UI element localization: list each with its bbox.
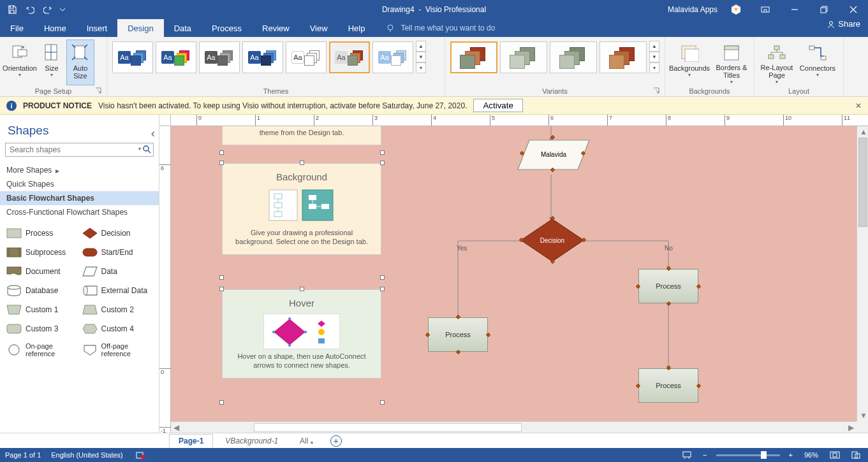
presentation-mode-icon[interactable] — [680, 451, 694, 459]
redo-icon[interactable] — [40, 1, 56, 18]
tab-insert[interactable]: Insert — [77, 19, 118, 37]
page-tab-all[interactable]: All ▴ — [290, 434, 323, 448]
gallery-up-icon[interactable]: ▲ — [649, 41, 659, 52]
shape-external-data[interactable]: External Data — [80, 282, 156, 300]
borders-titles-button[interactable]: Borders & Titles▾ — [712, 40, 751, 85]
shape-process-right-2[interactable]: Process — [638, 368, 698, 403]
shape-custom4[interactable]: Custom 4 — [80, 320, 156, 338]
shape-custom1[interactable]: Custom 1 — [4, 301, 80, 319]
maximize-button[interactable] — [809, 0, 839, 19]
variant-thumb[interactable] — [600, 41, 647, 73]
shape-custom3[interactable]: Custom 3 — [4, 320, 80, 338]
collapse-pane-icon[interactable]: ‹ — [151, 126, 155, 140]
macro-record-icon[interactable] — [133, 451, 147, 459]
shape-decision[interactable]: Decision — [519, 217, 586, 264]
shape-process[interactable]: Process — [4, 224, 80, 242]
dialog-launcher-icon[interactable] — [653, 87, 661, 95]
zoom-slider[interactable] — [716, 454, 780, 456]
zoom-out-icon[interactable]: − — [700, 451, 709, 459]
tab-help[interactable]: Help — [338, 19, 376, 37]
ribbon-options-icon[interactable] — [751, 0, 780, 19]
page-tab-vbackground[interactable]: VBackground-1 — [216, 434, 288, 448]
more-shapes-category[interactable]: More Shapes▶ — [0, 163, 159, 177]
shape-decision[interactable]: Decision — [80, 224, 156, 242]
shape-custom2[interactable]: Custom 2 — [80, 301, 156, 319]
theme-thumb[interactable]: Aa — [372, 41, 413, 73]
tab-file[interactable]: File — [0, 19, 34, 37]
theme-thumb[interactable]: Aa — [156, 41, 196, 73]
svg-point-67 — [141, 455, 145, 459]
theme-thumb[interactable]: Aa — [242, 41, 283, 73]
variant-thumb[interactable] — [550, 41, 597, 73]
shape-data[interactable]: Data — [80, 263, 156, 280]
variants-gallery[interactable]: ▲ ▼ ▾ — [450, 41, 659, 73]
tell-me-search[interactable]: Tell me what you want to do — [385, 19, 495, 37]
orientation-button[interactable]: Orientation▾ — [3, 40, 37, 85]
tip-card-background[interactable]: Background Give your drawing a professio… — [222, 163, 381, 255]
tab-review[interactable]: Review — [252, 19, 300, 37]
shape-subprocess[interactable]: Subprocess — [4, 243, 80, 261]
new-page-button[interactable]: + — [330, 435, 342, 447]
themes-gallery[interactable]: Aa Aa Aa Aa Aa Aa Aa ▲ ▼ ▾ — [112, 41, 426, 73]
user-name[interactable]: Malavida Apps — [668, 5, 717, 14]
search-shapes-input[interactable] — [5, 143, 154, 157]
shape-document[interactable]: Document — [4, 263, 80, 280]
tip-card-theme[interactable]: theme from the Design tab. — [222, 126, 381, 145]
drawing-canvas[interactable]: theme from the Design tab. Background Gi… — [171, 126, 857, 421]
horizontal-scrollbar[interactable]: ◀ ▶ — [171, 421, 857, 433]
search-icon[interactable] — [142, 145, 151, 154]
vertical-scrollbar[interactable]: ▲ ▼ — [857, 126, 868, 421]
close-button[interactable] — [839, 0, 868, 19]
activate-button[interactable]: Activate — [473, 99, 522, 112]
share-button[interactable]: Share — [827, 19, 860, 29]
gallery-down-icon[interactable]: ▼ — [416, 52, 426, 62]
relayout-page-button[interactable]: Re-Layout Page▾ — [757, 40, 797, 85]
tab-design[interactable]: Design — [117, 19, 163, 37]
minimize-button[interactable] — [780, 0, 809, 19]
user-avatar-icon[interactable] — [721, 0, 751, 19]
page-tab-1[interactable]: Page-1 — [169, 434, 213, 448]
tab-home[interactable]: Home — [34, 19, 77, 37]
variant-thumb[interactable] — [500, 41, 547, 73]
theme-thumb[interactable]: Aa — [199, 41, 240, 73]
shape-process-left[interactable]: Process — [428, 317, 488, 352]
pan-zoom-icon[interactable] — [849, 451, 863, 459]
tab-data[interactable]: Data — [164, 19, 202, 37]
qat-customize-icon[interactable] — [57, 1, 68, 18]
shape-database[interactable]: Database — [4, 282, 80, 300]
tab-process[interactable]: Process — [202, 19, 252, 37]
undo-icon[interactable] — [22, 1, 38, 18]
search-dropdown-icon[interactable]: ▾ — [138, 146, 141, 152]
basic-flowchart-category[interactable]: Basic Flowchart Shapes — [0, 191, 159, 205]
cross-functional-category[interactable]: Cross-Functional Flowchart Shapes — [0, 205, 159, 219]
horizontal-ruler[interactable]: 0 1 2 3 4 5 6 7 8 9 10 11 — [171, 115, 868, 126]
connectors-button[interactable]: Connectors▾ — [798, 40, 837, 85]
vertical-ruler[interactable]: 6 0 -1 — [159, 126, 171, 433]
close-notice-icon[interactable]: ✕ — [855, 101, 862, 110]
shape-offpage-ref[interactable]: Off-page reference — [80, 339, 156, 361]
shape-startend[interactable]: Start/End — [80, 243, 156, 261]
tab-view[interactable]: View — [300, 19, 338, 37]
svg-rect-72 — [833, 453, 837, 457]
gallery-down-icon[interactable]: ▼ — [649, 52, 659, 62]
auto-size-button[interactable]: Auto Size — [66, 40, 94, 85]
zoom-in-icon[interactable]: + — [786, 451, 795, 459]
tip-card-hover[interactable]: Hover Hover on a shape, then use AutoCon… — [222, 289, 381, 379]
save-icon[interactable] — [4, 1, 20, 18]
backgrounds-button[interactable]: Backgrounds▾ — [668, 40, 711, 85]
gallery-more-icon[interactable]: ▾ — [649, 62, 659, 73]
status-language[interactable]: English (United States) — [51, 451, 123, 459]
fit-page-icon[interactable] — [827, 451, 842, 459]
gallery-up-icon[interactable]: ▲ — [416, 41, 426, 52]
zoom-level[interactable]: 96% — [802, 451, 821, 459]
theme-thumb[interactable]: Aa — [286, 41, 327, 73]
quick-shapes-category[interactable]: Quick Shapes — [0, 177, 159, 191]
theme-thumb[interactable]: Aa — [112, 41, 153, 73]
variant-thumb-selected[interactable] — [450, 41, 497, 73]
shape-process-right-1[interactable]: Process — [638, 269, 698, 303]
theme-thumb-selected[interactable]: Aa — [329, 41, 370, 73]
shape-onpage-ref[interactable]: On-page reference — [4, 339, 80, 361]
size-button[interactable]: Size▾ — [38, 40, 65, 85]
gallery-more-icon[interactable]: ▾ — [416, 62, 426, 73]
dialog-launcher-icon[interactable] — [95, 87, 103, 95]
